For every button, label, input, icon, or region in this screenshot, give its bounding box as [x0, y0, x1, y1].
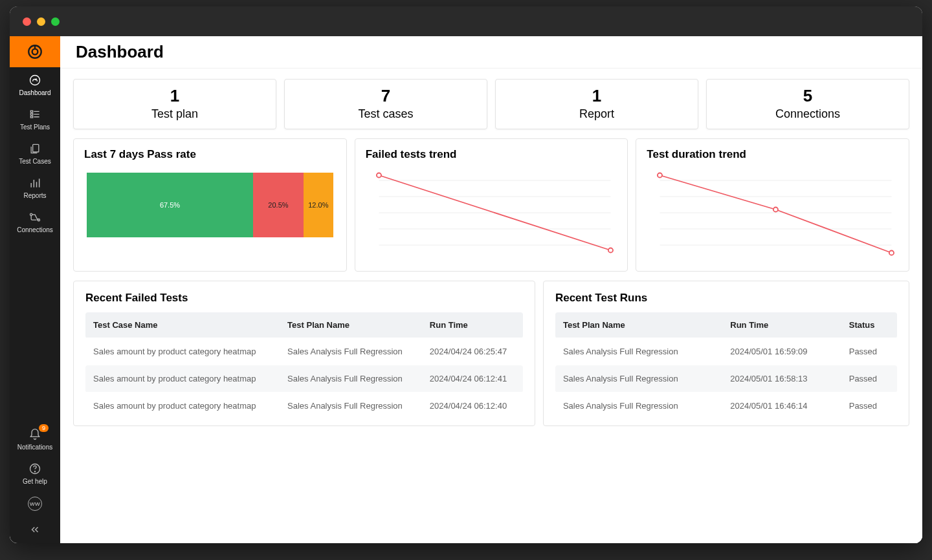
stat-value: 1 — [74, 86, 276, 106]
fail-segment: 20.5% — [253, 173, 304, 237]
sidebar-item-connections[interactable]: Connections — [10, 204, 60, 239]
table-row[interactable]: Sales amount by product category heatmap… — [85, 393, 523, 420]
cell-time: 2024/04/24 06:12:40 — [422, 393, 523, 420]
svg-point-1 — [32, 49, 38, 55]
table-title: Recent Test Runs — [555, 292, 897, 305]
recent-failed-card: Recent Failed Tests Test Case Name Test … — [73, 281, 535, 426]
pass-rate-chart: 67.5% 20.5% 12.0% — [87, 173, 333, 237]
sidebar-item-avatar[interactable]: WW — [10, 490, 60, 516]
bar-chart-icon — [28, 177, 41, 189]
app-body: Dashboard Test Plans Test Cases Reports … — [10, 36, 922, 543]
close-window-button[interactable] — [23, 17, 31, 26]
chart-title: Test duration trend — [647, 148, 898, 161]
svg-point-16 — [30, 213, 32, 215]
table-row[interactable]: Sales amount by product category heatmap… — [85, 365, 523, 393]
failed-trend-chart — [366, 167, 617, 264]
mac-titlebar — [10, 6, 922, 36]
recent-runs-card: Recent Test Runs Test Plan Name Run Time… — [543, 281, 909, 426]
sidebar-item-label: Reports — [23, 192, 46, 199]
cell-time: 2024/05/01 16:46:14 — [722, 393, 841, 420]
table-row[interactable]: Sales Analysis Full Regression 2024/05/0… — [555, 365, 897, 393]
svg-point-19 — [35, 471, 36, 472]
sidebar-item-dashboard[interactable]: Dashboard — [10, 67, 60, 102]
app-window: Dashboard Test Plans Test Cases Reports … — [10, 6, 922, 543]
minimize-window-button[interactable] — [37, 17, 45, 26]
chart-title: Last 7 days Pass rate — [84, 148, 336, 161]
cell-name: Sales amount by product category heatmap — [85, 393, 280, 420]
table-row[interactable]: Sales Analysis Full Regression 2024/05/0… — [555, 393, 897, 420]
stat-card-test-cases[interactable]: 7 Test cases — [284, 79, 487, 129]
sidebar-item-label: Notifications — [17, 444, 52, 451]
sidebar-item-test-plans[interactable]: Test Plans — [10, 102, 60, 136]
duration-trend-chart — [647, 167, 898, 264]
svg-rect-11 — [33, 144, 39, 152]
stat-card-report[interactable]: 1 Report — [495, 79, 698, 129]
col-header: Run Time — [422, 312, 523, 338]
page-title: Dashboard — [76, 42, 164, 62]
stat-label: Test cases — [285, 107, 487, 121]
main-nav: Dashboard Test Plans Test Cases Reports … — [10, 67, 60, 422]
sidebar-item-label: Test Cases — [19, 158, 50, 165]
sidebar-collapse-button[interactable] — [10, 516, 60, 543]
cell-status: Passed — [841, 338, 897, 365]
sidebar-item-test-cases[interactable]: Test Cases — [10, 136, 60, 170]
stat-label: Connections — [707, 107, 909, 121]
maximize-window-button[interactable] — [51, 17, 60, 26]
app-logo[interactable] — [10, 36, 60, 67]
table-row[interactable]: Sales Analysis Full Regression 2024/05/0… — [555, 338, 897, 365]
copy-icon — [28, 142, 41, 155]
stat-card-test-plan[interactable]: 1 Test plan — [73, 79, 276, 129]
help-icon — [28, 462, 41, 475]
svg-rect-6 — [30, 113, 32, 115]
stats-row: 1 Test plan 7 Test cases 1 Report 5 Conn… — [73, 79, 909, 129]
stat-card-connections[interactable]: 5 Connections — [706, 79, 909, 129]
main-content: Dashboard 1 Test plan 7 Test cases 1 Rep… — [60, 36, 922, 543]
sidebar-item-notifications[interactable]: 9 Notifications — [10, 422, 60, 456]
cell-plan: Sales Analysis Full Regression — [555, 365, 722, 393]
col-header: Test Case Name — [85, 312, 280, 338]
cell-name: Sales amount by product category heatmap — [85, 365, 280, 393]
svg-point-26 — [608, 248, 613, 253]
page-header: Dashboard — [60, 36, 922, 69]
recent-runs-table: Test Plan Name Run Time Status Sales Ana… — [555, 312, 897, 419]
col-header: Test Plan Name — [280, 312, 422, 338]
dashboard-content: 1 Test plan 7 Test cases 1 Report 5 Conn… — [60, 69, 922, 543]
stat-label: Report — [496, 107, 698, 121]
table-row[interactable]: Sales amount by product category heatmap… — [85, 338, 523, 365]
col-header: Run Time — [722, 312, 841, 338]
cell-status: Passed — [841, 365, 897, 393]
charts-row: Last 7 days Pass rate 67.5% 20.5% 12.0% … — [73, 138, 909, 272]
cell-time: 2024/04/24 06:12:41 — [422, 365, 523, 393]
table-title: Recent Failed Tests — [85, 292, 523, 305]
recent-failed-table: Test Case Name Test Plan Name Run Time S… — [85, 312, 523, 419]
cell-time: 2024/05/01 16:58:13 — [722, 365, 841, 393]
sidebar-item-reports[interactable]: Reports — [10, 170, 60, 204]
svg-point-32 — [658, 173, 662, 178]
stat-value: 1 — [496, 86, 698, 106]
failed-trend-card: Failed tests trend — [355, 138, 628, 272]
duration-trend-card: Test duration trend — [636, 138, 909, 272]
stat-value: 5 — [707, 86, 909, 106]
col-header: Test Plan Name — [555, 312, 722, 338]
cell-plan: Sales Analysis Full Regression — [280, 365, 422, 393]
other-segment: 12.0% — [304, 173, 333, 237]
cell-name: Sales amount by product category heatmap — [85, 338, 280, 365]
sidebar: Dashboard Test Plans Test Cases Reports … — [10, 36, 60, 543]
col-header: Status — [841, 312, 897, 338]
user-avatar: WW — [28, 497, 42, 511]
list-icon — [28, 108, 41, 121]
sidebar-item-label: Get help — [23, 478, 47, 485]
pass-rate-card: Last 7 days Pass rate 67.5% 20.5% 12.0% — [73, 138, 347, 272]
svg-point-33 — [773, 208, 778, 212]
notification-badge: 9 — [39, 424, 49, 432]
cell-plan: Sales Analysis Full Regression — [555, 338, 722, 365]
stat-label: Test plan — [74, 107, 276, 121]
sidebar-item-help[interactable]: Get help — [10, 456, 60, 490]
connection-icon — [28, 211, 41, 224]
svg-rect-7 — [30, 116, 32, 118]
cell-plan: Sales Analysis Full Regression — [280, 393, 422, 420]
cell-time: 2024/05/01 16:59:09 — [722, 338, 841, 365]
sidebar-item-label: Dashboard — [19, 89, 51, 96]
cell-time: 2024/04/24 06:25:47 — [422, 338, 523, 365]
tables-row: Recent Failed Tests Test Case Name Test … — [73, 281, 909, 426]
